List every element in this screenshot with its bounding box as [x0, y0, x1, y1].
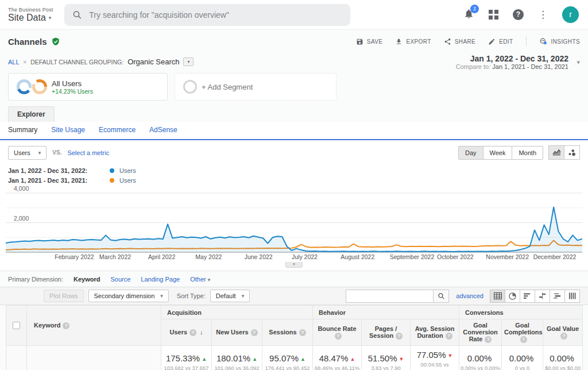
help-button[interactable]: ?: [513, 9, 524, 20]
notification-count-badge: 2: [470, 5, 479, 13]
column-header-bounce-rate[interactable]: Bounce Rate?: [313, 319, 362, 346]
legend-item-2021[interactable]: Jan 1, 2021 - Dec 31, 2021: Users: [8, 175, 588, 185]
channel-grouping-dropdown[interactable]: ▾: [183, 57, 194, 66]
insights-button[interactable]: INSIGHTS: [539, 37, 580, 46]
dimension-other[interactable]: Other ▾: [190, 276, 210, 283]
table-search-input[interactable]: [346, 290, 433, 303]
column-header-goal-completions[interactable]: Goal Completions?: [502, 319, 543, 346]
y-tick-4000: 4,000: [14, 185, 29, 192]
chevron-down-icon: ▾: [208, 277, 211, 283]
column-header-users[interactable]: Users?↓: [161, 319, 212, 346]
help-icon[interactable]: ?: [560, 333, 567, 340]
primary-dimension-label: Primary Dimension:: [8, 276, 63, 283]
property-name: Site Data: [8, 13, 46, 23]
global-search[interactable]: [64, 4, 350, 26]
subtab-ecommerce[interactable]: Ecommerce: [99, 126, 136, 134]
report-header: Channels SAVE EXPORT SHARE EDIT: [0, 30, 588, 53]
granularity-toggle: Day Week Month: [458, 146, 543, 160]
segment-all-users[interactable]: All Users +14.23% Users: [8, 73, 168, 101]
column-header-keyword[interactable]: Keyword?: [27, 306, 161, 346]
motion-chart-view-button[interactable]: [564, 145, 580, 160]
help-icon[interactable]: ?: [63, 322, 69, 329]
column-header-sessions[interactable]: Sessions?: [262, 319, 313, 346]
save-button[interactable]: SAVE: [356, 38, 383, 45]
download-icon: [395, 38, 403, 45]
summary-goal-value: 0.00% $0.00 vs $0.00: [543, 346, 583, 370]
segment-delta: +14.23% Users: [52, 88, 93, 95]
group-header-acquisition: Acquisition: [161, 306, 313, 319]
pie-chart-icon: [509, 292, 516, 300]
comparison-view-button[interactable]: [535, 290, 550, 303]
account-switcher[interactable]: The Business Post Site Data ▾: [8, 7, 53, 23]
segments-bar: All Users +14.23% Users + Add Segment: [0, 70, 588, 104]
summary-sessions: 95.07%▲ 176,441 vs 90,452: [262, 346, 313, 370]
dimension-source[interactable]: Source: [110, 276, 130, 283]
dimension-landing-page[interactable]: Landing Page: [141, 276, 180, 283]
select-a-metric-link[interactable]: Select a metric: [67, 149, 109, 156]
tab-explorer[interactable]: Explorer: [8, 106, 55, 122]
add-segment-button[interactable]: + Add Segment: [175, 73, 336, 101]
chevron-down-icon: ▾: [38, 150, 41, 156]
notifications-button[interactable]: 2: [463, 8, 474, 22]
summary-avg-session-duration: 77.05%▼ 00:04:55 vs 00:21:26: [411, 346, 459, 370]
summary-pages-session: 51.50%▼ 3.83 vs 7.90: [362, 346, 411, 370]
table-search-button[interactable]: [433, 290, 449, 303]
segment-donut-orange-icon: [32, 79, 47, 94]
advanced-search-link[interactable]: advanced: [456, 292, 483, 299]
secondary-dimension-button[interactable]: Secondary dimension ▾: [88, 290, 169, 302]
date-dropdown-icon: ▾: [577, 59, 580, 66]
granularity-day[interactable]: Day: [458, 146, 483, 160]
summary-row: 175.33%▲ 103,682 vs 37,657 180.01%▲ 101,…: [6, 346, 583, 370]
export-button[interactable]: EXPORT: [395, 38, 431, 45]
trend-arrow-icon: ▼: [448, 353, 453, 359]
date-range-selector[interactable]: Jan 1, 2022 - Dec 31, 2022 Compare to: J…: [456, 54, 580, 70]
metric-select[interactable]: Users ▾: [8, 146, 47, 160]
help-icon[interactable]: ?: [485, 336, 492, 343]
save-icon: [356, 38, 363, 45]
help-icon[interactable]: ?: [189, 329, 196, 336]
subtab-site-usage[interactable]: Site Usage: [51, 126, 85, 134]
apps-grid-button[interactable]: [489, 10, 498, 20]
term-cloud-view-button[interactable]: [550, 290, 565, 303]
subtab-adsense[interactable]: AdSense: [149, 126, 177, 134]
plot-rows-button[interactable]: Plot Rows: [44, 290, 84, 302]
chart-legend: Jan 1, 2022 - Dec 31, 2022: Users Jan 1,…: [0, 162, 588, 185]
granularity-week[interactable]: Week: [483, 146, 513, 160]
primary-dimension-bar: Primary Dimension: Keyword Source Landin…: [0, 271, 588, 287]
share-button[interactable]: SHARE: [444, 38, 475, 45]
breadcrumb-all-link[interactable]: ALL: [8, 59, 20, 65]
help-icon[interactable]: ?: [446, 333, 452, 340]
overflow-menu-button[interactable]: ⋮: [538, 9, 548, 21]
user-avatar[interactable]: r: [562, 6, 579, 23]
help-icon: ?: [516, 10, 520, 18]
subtab-summary[interactable]: Summary: [8, 126, 37, 134]
help-icon[interactable]: ?: [251, 329, 258, 336]
column-header-pages-session[interactable]: Pages / Session?: [362, 319, 411, 346]
help-icon[interactable]: ?: [299, 329, 306, 336]
sort-type-select[interactable]: Default ▾: [210, 290, 250, 302]
line-chart-view-button[interactable]: [548, 145, 564, 160]
help-icon[interactable]: ?: [396, 333, 403, 340]
column-header-avg-session-duration[interactable]: Avg. Session Duration?: [411, 319, 459, 346]
help-icon[interactable]: ?: [335, 333, 342, 340]
trend-arrow-icon: ▼: [399, 356, 404, 362]
dimension-keyword[interactable]: Keyword: [74, 276, 100, 283]
help-icon[interactable]: ?: [520, 336, 527, 343]
column-header-goal-value[interactable]: Goal Value?: [543, 319, 583, 346]
column-header-goal-conversion-rate[interactable]: Goal Conversion Rate?: [459, 319, 502, 346]
percentage-view-button[interactable]: [505, 290, 520, 303]
pivot-view-button[interactable]: [564, 290, 580, 303]
column-header-new-users[interactable]: New Users?: [212, 319, 262, 346]
summary-new-users: 180.01%▲ 101,060 vs 36,092: [212, 346, 262, 370]
edit-button[interactable]: EDIT: [488, 38, 513, 45]
keyword-table: Keyword? Acquisition Behavior Conversion…: [6, 305, 583, 370]
granularity-month[interactable]: Month: [512, 146, 543, 160]
table-view-button[interactable]: [490, 290, 505, 303]
select-all-checkbox[interactable]: [13, 322, 20, 329]
summary-goal-conversion-rate: 0.00% 0.00% vs 0.00%: [459, 346, 502, 370]
legend-item-2022[interactable]: Jan 1, 2022 - Dec 31, 2022: Users: [8, 165, 588, 175]
performance-view-button[interactable]: [520, 290, 535, 303]
search-input[interactable]: [89, 10, 342, 20]
channel-grouping-value: Organic Search: [127, 57, 179, 66]
group-header-behavior: Behavior: [313, 306, 459, 319]
